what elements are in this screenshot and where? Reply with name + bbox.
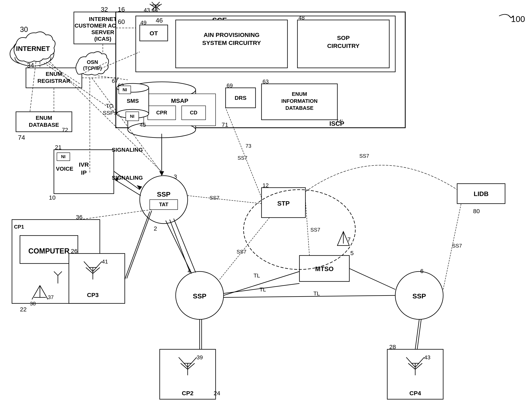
svg-text:SOP: SOP xyxy=(337,35,350,41)
svg-text:74': 74' xyxy=(335,118,343,124)
svg-text:DATABASE: DATABASE xyxy=(285,105,314,111)
svg-text:ENUM: ENUM xyxy=(36,115,52,121)
svg-text:26: 26 xyxy=(71,248,77,254)
svg-text:22: 22 xyxy=(20,306,27,313)
svg-text:60: 60 xyxy=(118,18,125,25)
svg-text:SS7: SS7 xyxy=(310,227,320,233)
svg-text:OSN: OSN xyxy=(87,59,98,65)
svg-text:CP1: CP1 xyxy=(14,224,24,230)
svg-text:63: 63 xyxy=(263,78,269,85)
svg-text:DATABASE: DATABASE xyxy=(29,122,59,128)
svg-text:5: 5 xyxy=(350,250,354,256)
svg-text:CPR: CPR xyxy=(156,110,167,115)
sop-circuitry-node: SOP CIRCUITRY 48 xyxy=(297,15,389,68)
svg-text:CP3: CP3 xyxy=(87,292,99,298)
svg-text:16: 16 xyxy=(118,6,125,13)
svg-text:SS7: SS7 xyxy=(209,195,219,201)
svg-text:SSP: SSP xyxy=(193,292,206,300)
svg-text:28: 28 xyxy=(389,344,396,350)
svg-text:NI: NI xyxy=(123,87,127,92)
svg-text:MTSO: MTSO xyxy=(315,265,333,272)
svg-text:72: 72 xyxy=(62,127,68,133)
cp4-node: 28 CP4 43 xyxy=(387,344,443,399)
svg-text:LIDB: LIDB xyxy=(474,190,489,197)
svg-text:46: 46 xyxy=(156,17,163,24)
svg-text:IP: IP xyxy=(81,169,87,176)
main-diagram-svg: 100 INTERNET 30 ENUM REGISTRAR 34 INTERN… xyxy=(0,0,532,411)
svg-text:SS7: SS7 xyxy=(238,155,247,161)
to-ssps-label2: SSPs xyxy=(103,110,117,116)
svg-text:37: 37 xyxy=(48,294,54,300)
svg-text:3: 3 xyxy=(174,173,177,180)
svg-text:SS7: SS7 xyxy=(359,153,369,159)
svg-text:SSP: SSP xyxy=(412,292,426,300)
svg-text:10: 10 xyxy=(49,194,56,201)
svg-text:(ICAS): (ICAS) xyxy=(94,36,111,42)
svg-text:OT: OT xyxy=(150,30,158,37)
internet-ref: 30 xyxy=(20,25,28,34)
svg-text:IVR: IVR xyxy=(79,161,89,168)
svg-text:48: 48 xyxy=(298,15,305,21)
svg-text:44: 44 xyxy=(152,7,158,13)
svg-text:STP: STP xyxy=(277,200,290,207)
ain-circuitry-node: AIN PROVISIONING SYSTEM CIRCUITRY xyxy=(176,20,287,68)
svg-text:2: 2 xyxy=(154,225,157,232)
signaling-label-top: SIGNALING xyxy=(112,147,143,153)
svg-text:45: 45 xyxy=(140,122,146,128)
svg-text:INFORMATION: INFORMATION xyxy=(281,98,318,104)
svg-text:(TCP/IP): (TCP/IP) xyxy=(83,66,102,71)
svg-text:CD: CD xyxy=(190,110,197,115)
stp-node: STP 12 xyxy=(262,182,305,218)
svg-text:21: 21 xyxy=(55,144,61,151)
svg-text:DRS: DRS xyxy=(235,95,246,101)
svg-text:80: 80 xyxy=(473,208,480,214)
svg-text:AIN PROVISIONING: AIN PROVISIONING xyxy=(204,31,259,38)
svg-text:69: 69 xyxy=(227,82,233,89)
svg-text:ENUM: ENUM xyxy=(292,91,307,97)
voice-label: VOICE xyxy=(56,166,73,172)
svg-text:SS7: SS7 xyxy=(237,249,246,255)
svg-text:CP4: CP4 xyxy=(409,390,421,396)
cp2-node: 24 CP2 39 xyxy=(160,349,220,399)
svg-text:7: 7 xyxy=(347,236,351,243)
enum-info-db-node: ENUM INFORMATION DATABASE 63 74' xyxy=(262,78,343,124)
svg-text:TL: TL xyxy=(314,290,320,297)
svg-text:INTERNET: INTERNET xyxy=(89,16,117,22)
svg-text:73: 73 xyxy=(246,143,251,149)
internet-label: INTERNET xyxy=(16,45,50,52)
svg-text:43: 43 xyxy=(424,354,430,361)
ref74-label: 74 xyxy=(18,134,25,141)
svg-text:32: 32 xyxy=(101,6,108,13)
svg-text:NI: NI xyxy=(61,154,66,159)
enum-registrar-ref: 34 xyxy=(27,62,34,69)
svg-text:38: 38 xyxy=(30,301,36,306)
svg-text:24: 24 xyxy=(214,390,220,396)
svg-text:6: 6 xyxy=(420,268,424,274)
svg-text:39: 39 xyxy=(197,354,203,361)
svg-text:SERVER: SERVER xyxy=(91,29,114,35)
svg-text:71: 71 xyxy=(222,121,228,128)
svg-text:CP2: CP2 xyxy=(182,390,193,396)
to-ssps-label: TO xyxy=(106,103,113,109)
svg-text:SSP: SSP xyxy=(157,191,171,198)
signaling-label-bottom: SIGNALING xyxy=(112,175,143,181)
ivr-node: NI IVR IP 21 10 xyxy=(49,144,114,201)
svg-text:SS7: SS7 xyxy=(452,243,462,249)
svg-text:TL: TL xyxy=(254,272,260,279)
svg-text:SMS: SMS xyxy=(127,98,139,104)
svg-text:TL: TL xyxy=(259,287,266,293)
svg-text:67: 67 xyxy=(112,78,118,84)
svg-text:COMPUTER: COMPUTER xyxy=(28,247,69,255)
diagram-container: 100 INTERNET 30 ENUM REGISTRAR 34 INTERN… xyxy=(0,0,532,411)
svg-text:12: 12 xyxy=(263,182,269,188)
svg-text:49: 49 xyxy=(140,19,147,26)
svg-text:MSAP: MSAP xyxy=(171,97,189,104)
svg-text:TAT: TAT xyxy=(159,201,169,207)
svg-text:43: 43 xyxy=(144,7,150,13)
svg-text:SYSTEM CIRCUITRY: SYSTEM CIRCUITRY xyxy=(202,39,261,46)
svg-text:CIRCUITRY: CIRCUITRY xyxy=(327,43,360,49)
svg-text:NI: NI xyxy=(130,114,134,119)
svg-text:REGISTRAR: REGISTRAR xyxy=(38,78,70,84)
cp3-node: 26 CP3 41 xyxy=(69,248,125,303)
svg-text:41: 41 xyxy=(102,258,108,265)
